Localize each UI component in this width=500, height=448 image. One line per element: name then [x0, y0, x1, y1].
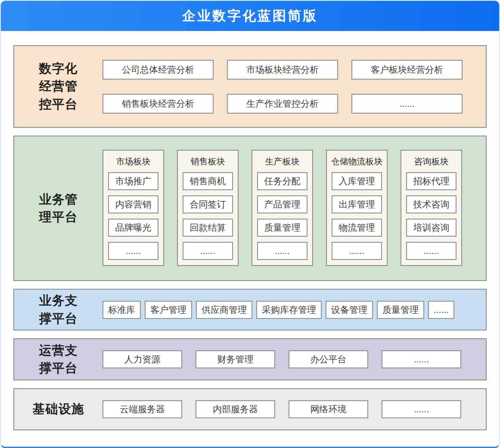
module-box: 网络环境	[289, 400, 368, 418]
page-header: 企业数字化蓝图简版	[1, 1, 499, 31]
module-box: 内容营销	[108, 195, 158, 213]
module-box: 质量管理	[377, 301, 424, 319]
module-box: 云端服务器	[102, 400, 182, 418]
module-box: 销售板块经营分析	[102, 94, 214, 114]
section-label-management-control: 数字化经营管控平台	[14, 46, 102, 127]
section-content-infrastructure: 云端服务器内部服务器网络环境......	[102, 389, 486, 429]
pillar: 生产板块任务分配产品管理质量管理......	[252, 150, 313, 266]
section-label-business-support: 业务支撑平台	[14, 290, 102, 330]
module-box: 内部服务器	[196, 400, 275, 418]
module-box: 质量管理	[257, 219, 307, 237]
section-label-line: 理平台	[39, 208, 78, 226]
box-row: 销售板块经营分析生产作业管控分析......	[102, 94, 465, 114]
section-business-management: 业务管理平台市场板块市场推广内容营销品牌曝光......销售板块销售商机合同签订…	[13, 136, 487, 281]
section-content-management-control: 公司总体经营分析市场板块经营分析客户板块经营分析销售板块经营分析生产作业管控分析…	[102, 46, 486, 127]
module-box: 回款结算	[183, 219, 233, 237]
section-business-support: 业务支撑平台标准库客户管理供应商管理采购库存管理设备管理质量管理......	[13, 289, 487, 331]
module-box: 入库管理	[332, 172, 382, 190]
module-box: 任务分配	[257, 172, 307, 190]
section-label-line: 运营支	[39, 342, 78, 359]
ellipsis-box: ......	[382, 400, 461, 418]
module-box: 技术咨询	[406, 195, 457, 213]
pillar-title: 咨询板块	[401, 151, 461, 172]
pillar-title: 市场板块	[103, 151, 163, 172]
section-label-infrastructure: 基础设施	[14, 389, 102, 429]
module-box: 办公平台	[289, 350, 368, 368]
section-operation-support: 运营支撑平台人力资源财务管理办公平台......	[13, 338, 487, 380]
sections: 数字化经营管控平台公司总体经营分析市场板块经营分析客户板块经营分析销售板块经营分…	[1, 31, 499, 430]
section-content-business-management: 市场板块市场推广内容营销品牌曝光......销售板块销售商机合同签订回款结算..…	[102, 136, 486, 280]
module-box: 标准库	[102, 301, 141, 319]
ellipsis-box: ......	[257, 242, 307, 260]
module-box: 生产作业管控分析	[227, 94, 338, 114]
module-box: 市场推广	[108, 172, 158, 190]
section-content-business-support: 标准库客户管理供应商管理采购库存管理设备管理质量管理......	[102, 290, 486, 330]
section-management-control: 数字化经营管控平台公司总体经营分析市场板块经营分析客户板块经营分析销售板块经营分…	[13, 45, 487, 128]
module-box: 培训咨询	[406, 219, 457, 237]
module-box: 市场板块经营分析	[227, 60, 338, 80]
pillar: 市场板块市场推广内容营销品牌曝光......	[102, 150, 164, 266]
module-box: 招标代理	[406, 172, 457, 190]
ellipsis-box: ......	[406, 242, 457, 260]
section-label-line: 控平台	[39, 96, 78, 113]
ellipsis-box: ......	[183, 242, 233, 260]
module-box: 客户板块经营分析	[351, 60, 463, 80]
pillar-title: 销售板块	[178, 151, 238, 172]
section-content-operation-support: 人力资源财务管理办公平台......	[102, 339, 486, 380]
pillar: 仓储物流板块入库管理出库管理物流管理......	[326, 150, 388, 266]
ellipsis-box: ......	[351, 94, 463, 114]
section-label-line: 撑平台	[39, 359, 78, 377]
module-box: 供应商管理	[196, 301, 252, 319]
module-box: 物流管理	[332, 219, 382, 237]
box-row: 公司总体经营分析市场板块经营分析客户板块经营分析	[102, 60, 465, 80]
ellipsis-box: ......	[108, 242, 158, 260]
blueprint-page: 企业数字化蓝图简版 数字化经营管控平台公司总体经营分析市场板块经营分析客户板块经…	[0, 0, 500, 448]
module-box: 人力资源	[102, 350, 182, 368]
pillar-title: 生产板块	[252, 151, 312, 172]
module-box: 采购库存管理	[256, 301, 322, 319]
pillar: 销售板块销售商机合同签订回款结算......	[177, 150, 239, 266]
section-label-line: 数字化	[39, 60, 78, 77]
module-box: 品牌曝光	[108, 219, 158, 237]
module-box: 销售商机	[183, 172, 233, 190]
module-box: 设备管理	[326, 301, 373, 319]
module-box: 客户管理	[145, 301, 192, 319]
module-box: 财务管理	[196, 350, 275, 368]
section-label-line: 经营管	[39, 77, 78, 95]
section-infrastructure: 基础设施云端服务器内部服务器网络环境......	[13, 388, 487, 430]
section-label-line: 基础设施	[33, 400, 84, 418]
module-box: 产品管理	[257, 195, 307, 213]
section-label-line: 业务支	[39, 292, 78, 309]
pillar: 咨询板块招标代理技术咨询培训咨询......	[401, 150, 462, 266]
ellipsis-box: ......	[382, 350, 461, 368]
page-title: 企业数字化蓝图简版	[182, 7, 318, 25]
section-label-business-management: 业务管理平台	[14, 136, 102, 280]
pillar-title: 仓储物流板块	[327, 151, 387, 172]
section-label-line: 撑平台	[39, 310, 78, 328]
module-box: 合同签订	[183, 195, 233, 213]
ellipsis-box: ......	[332, 242, 382, 260]
module-box: 出库管理	[332, 195, 382, 213]
section-label-line: 业务管	[39, 191, 78, 208]
module-box: 公司总体经营分析	[102, 60, 214, 80]
ellipsis-box: ......	[428, 301, 454, 319]
section-label-operation-support: 运营支撑平台	[14, 339, 102, 380]
